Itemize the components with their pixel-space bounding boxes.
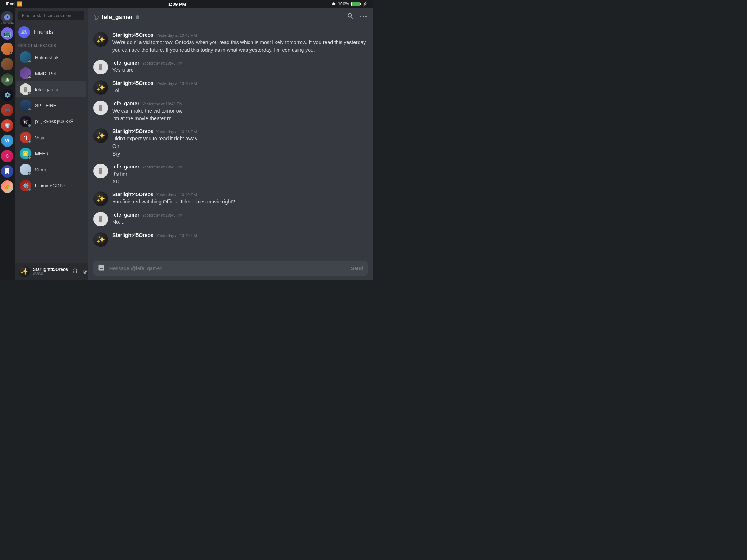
message-avatar-6 — [93, 164, 108, 178]
message-author-9: Starlight45Oreos — [112, 232, 154, 238]
message-group-8: lefe_gamer Yesterday at 10:49 PM No.... — [93, 212, 368, 226]
search-icon[interactable] — [347, 12, 354, 22]
dm-name-vspr: Vspr — [35, 135, 45, 140]
chat-area: @ lefe_gamer ··· ✨ — [88, 8, 374, 280]
dm-home-icon[interactable] — [1, 11, 13, 23]
channel-name: lefe_gamer — [102, 14, 133, 20]
message-group-1: ✨ Starlight45Oreos Yesterday at 10:47 PM… — [93, 32, 368, 54]
message-header-7: Starlight45Oreos Yesterday at 10:49 PM — [112, 191, 368, 197]
send-button[interactable]: Send — [351, 265, 363, 271]
charging-icon: ⚡ — [362, 1, 368, 7]
message-avatar-7: ✨ — [93, 191, 108, 206]
message-timestamp-5: Yesterday at 10:48 PM — [156, 129, 197, 134]
message-avatar-4 — [93, 101, 108, 115]
friends-item[interactable]: Friends — [15, 23, 88, 41]
server-icon-8[interactable]: W — [1, 135, 13, 147]
message-text-5b: Oh — [112, 143, 368, 150]
message-timestamp-3: Yesterday at 10:48 PM — [156, 81, 197, 86]
message-author-4: lefe_gamer — [112, 101, 139, 106]
message-header-8: lefe_gamer Yesterday at 10:49 PM — [112, 212, 368, 218]
dm-item-rakmishak[interactable]: Rakmishak — [16, 49, 86, 65]
dm-item-mee6[interactable]: 😊 MEE6 — [16, 145, 86, 162]
server-icon-3[interactable] — [1, 58, 13, 70]
message-author-5: Starlight45Oreos — [112, 128, 154, 134]
message-author-7: Starlight45Oreos — [112, 191, 154, 197]
message-group-2: lefe_gamer Yesterday at 10:48 PM Yes u a… — [93, 60, 368, 74]
message-avatar-5: ✨ — [93, 128, 108, 143]
dm-avatar-mee6: 😊 — [20, 148, 31, 159]
dm-avatar-storm — [20, 164, 31, 175]
svg-point-5 — [100, 106, 101, 107]
server-icon-4[interactable]: 🏔️ — [1, 73, 13, 86]
message-group-5: ✨ Starlight45Oreos Yesterday at 10:48 PM… — [93, 128, 368, 158]
message-text-3: Lol — [112, 87, 368, 94]
dm-panel: Friends DIRECT MESSAGES Rakmishak MMD_Po… — [15, 8, 88, 280]
time-display: 1:09 PM — [168, 1, 186, 7]
message-content-3: Starlight45Oreos Yesterday at 10:48 PM L… — [112, 80, 368, 95]
server-icon-7[interactable]: 🛡️ — [1, 119, 13, 132]
message-header-4: lefe_gamer Yesterday at 10:48 PM — [112, 101, 368, 106]
dm-item-spitfire[interactable]: SPITFIRE — [16, 97, 86, 113]
dm-item-ultimategdbot[interactable]: ⚙️ UltimateGDBot — [16, 178, 86, 194]
message-text-5c: Sry — [112, 150, 368, 158]
message-text-4b: I'm at the movie theater rn — [112, 115, 368, 122]
message-content-1: Starlight45Oreos Yesterday at 10:47 PM W… — [112, 32, 368, 54]
dm-name-mee6: MEE6 — [35, 151, 48, 156]
server-icon-10[interactable] — [1, 165, 13, 178]
attach-icon[interactable] — [98, 264, 105, 273]
server-icon-twitch[interactable]: 📺 — [1, 27, 13, 40]
message-text-2: Yes u are — [112, 66, 368, 74]
dm-item-eagle[interactable]: 🦅 [YT] €∆Ǥ£€ βŪĪŁĐ€Ř — [16, 113, 86, 129]
message-author-1: Starlight45Oreos — [112, 32, 154, 38]
dm-section-label: DIRECT MESSAGES — [15, 41, 88, 49]
server-icon-11[interactable]: 🌈 — [1, 180, 13, 193]
message-header-2: lefe_gamer Yesterday at 10:48 PM — [112, 60, 368, 66]
user-panel-avatar: ✨ — [18, 265, 30, 277]
status-dot-mmd — [28, 75, 31, 79]
message-content-7: Starlight45Oreos Yesterday at 10:49 PM Y… — [112, 191, 368, 206]
mute-icon[interactable] — [71, 268, 78, 275]
server-icon-6[interactable]: 🎮 — [1, 104, 13, 116]
message-timestamp-4: Yesterday at 10:48 PM — [142, 102, 183, 106]
dm-item-lefe[interactable]: lefe_gamer — [16, 81, 86, 97]
message-group-4: lefe_gamer Yesterday at 10:48 PM We can … — [93, 101, 368, 122]
message-timestamp-7: Yesterday at 10:49 PM — [156, 192, 197, 197]
status-dot-mee6 — [28, 156, 31, 159]
message-group-3: ✨ Starlight45Oreos Yesterday at 10:48 PM… — [93, 80, 368, 95]
svg-point-1 — [25, 88, 26, 89]
message-author-3: Starlight45Oreos — [112, 80, 154, 86]
search-bar-container — [15, 8, 88, 23]
message-group-7: ✨ Starlight45Oreos Yesterday at 10:49 PM… — [93, 191, 368, 206]
dm-avatar-ultimategdbot: ⚙️ — [20, 180, 31, 191]
dm-name-lefe: lefe_gamer — [35, 87, 59, 92]
user-panel-name: Starlight45Oreos — [33, 267, 68, 272]
message-timestamp-6: Yesterday at 10:49 PM — [142, 165, 183, 169]
dm-name-storm: Storm — [35, 167, 48, 172]
server-icon-2[interactable]: 5 — [1, 43, 13, 55]
user-panel-info: Starlight45Oreos #3930 — [33, 267, 68, 276]
messages-container: ✨ Starlight45Oreos Yesterday at 10:47 PM… — [88, 26, 374, 257]
dm-item-storm[interactable]: Storm — [16, 162, 86, 178]
dm-avatar-rakmishak — [20, 51, 31, 63]
chat-header: @ lefe_gamer ··· — [88, 8, 374, 26]
dm-avatar-vspr: :) — [20, 132, 31, 143]
status-right: ✱ 100% ⚡ — [332, 1, 368, 7]
message-group-9: ✨ Starlight45Oreos Yesterday at 10:49 PM — [93, 232, 368, 247]
message-input[interactable] — [109, 261, 347, 276]
dm-item-mmd[interactable]: MMD_Pol — [16, 65, 86, 81]
server-sidebar: 2 ONLINE 📺 5 🏔️ ⚙️ 🎮 🛡️ W S — [0, 8, 15, 280]
dm-name-spitfire: SPITFIRE — [35, 103, 57, 108]
more-options-icon[interactable]: ··· — [360, 13, 368, 21]
dm-item-vspr[interactable]: :) Vspr — [16, 129, 86, 145]
server-icon-9[interactable]: S — [1, 150, 13, 162]
svg-point-3 — [100, 65, 101, 66]
dm-avatar-lefe — [20, 83, 31, 95]
dm-avatar-eagle: 🦅 — [20, 116, 31, 127]
status-dot-lefe — [28, 92, 31, 95]
message-timestamp-9: Yesterday at 10:49 PM — [156, 233, 197, 238]
message-author-6: lefe_gamer — [112, 164, 139, 170]
search-input[interactable] — [18, 11, 84, 20]
server-icon-5[interactable]: ⚙️ — [1, 89, 13, 101]
message-content-9: Starlight45Oreos Yesterday at 10:49 PM — [112, 232, 368, 247]
channel-status-dot — [136, 15, 139, 19]
